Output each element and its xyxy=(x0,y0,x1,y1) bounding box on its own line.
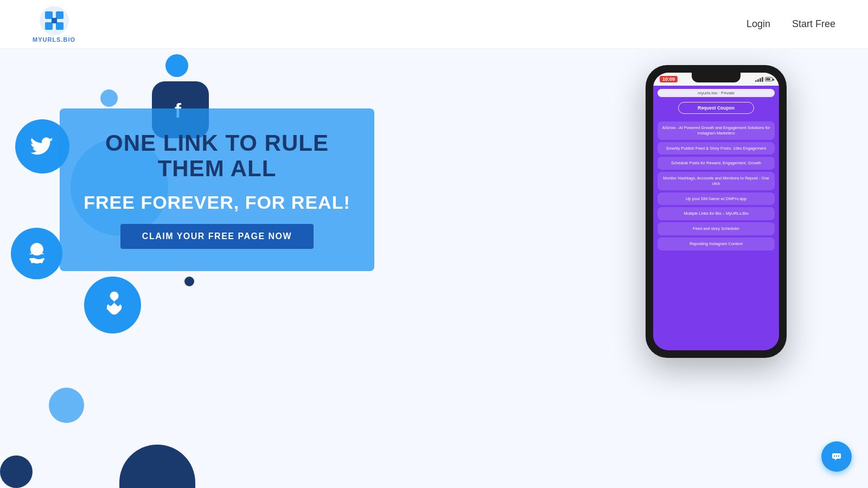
chat-bubble-button[interactable] xyxy=(821,441,852,472)
deco-dark-half xyxy=(119,445,195,488)
phone-status-icons xyxy=(755,76,773,82)
phone-outer: 10:09 xyxy=(646,65,787,358)
hero-title: ONE LINK TO RULE THEM ALL xyxy=(81,131,353,181)
logo-icon xyxy=(40,6,69,35)
cta-button[interactable]: CLAIM YOUR FREE PAGE NOW xyxy=(120,224,314,249)
phone-coupon-button: Request Coupon xyxy=(678,102,754,114)
logo[interactable]: MYURLS.BIO xyxy=(33,6,75,43)
link-icon-circle xyxy=(84,277,141,333)
nav-links: Login Start Free xyxy=(746,18,835,30)
svg-rect-2 xyxy=(56,11,63,19)
deco-dot-2 xyxy=(100,89,118,107)
hero-section: f ONE LINK TO RULE THEM ALL FREE FOREVER… xyxy=(0,49,868,488)
phone-link-1: AiGrow - AI Powered Growth and Engagemen… xyxy=(658,121,775,140)
snapchat-icon-circle xyxy=(11,228,62,279)
phone-mockup: 10:09 xyxy=(646,65,787,358)
phone-notch xyxy=(692,73,741,82)
phone-link-2: Smartly Publish Feed & Story Posts- 10bx… xyxy=(658,142,775,155)
hero-subtitle: FREE FOREVER, FOR REAL! xyxy=(84,192,350,213)
phone-time: 10:09 xyxy=(660,76,678,82)
svg-rect-1 xyxy=(45,11,53,19)
phone-url-bar: myurls.bio · Private xyxy=(658,89,775,97)
hero-content-box: ONE LINK TO RULE THEM ALL FREE FOREVER, … xyxy=(60,108,374,271)
svg-rect-4 xyxy=(56,22,63,30)
start-free-button[interactable]: Start Free xyxy=(792,18,835,30)
phone-screen: 10:09 xyxy=(653,73,779,350)
svg-rect-5 xyxy=(52,18,57,23)
phone-link-7: Feed and story Scheduler xyxy=(658,222,775,235)
navbar: MYURLS.BIO Login Start Free xyxy=(0,0,868,49)
svg-point-9 xyxy=(834,455,835,457)
chat-icon xyxy=(829,449,844,464)
phone-link-5: Up your DM Game w/ DMPro.app xyxy=(658,192,775,206)
svg-point-10 xyxy=(836,455,837,457)
deco-dot-1 xyxy=(165,54,188,77)
phone-link-8: Reposting Instagram Content xyxy=(658,237,775,251)
phone-link-4: Monitor Hashtags, Accounts and Mentions … xyxy=(658,172,775,190)
deco-dot-5 xyxy=(49,388,84,423)
phone-link-6: Multiple Links for Bio – MyURLs.Bio xyxy=(658,207,775,220)
login-button[interactable]: Login xyxy=(746,18,770,30)
deco-dot-6 xyxy=(0,455,33,488)
phone-link-3: Schedule Posts for Reward, Engagement, G… xyxy=(658,157,775,170)
svg-point-11 xyxy=(838,455,839,457)
deco-dot-4 xyxy=(184,277,194,286)
svg-rect-3 xyxy=(45,22,53,30)
logo-text: MYURLS.BIO xyxy=(33,36,75,43)
